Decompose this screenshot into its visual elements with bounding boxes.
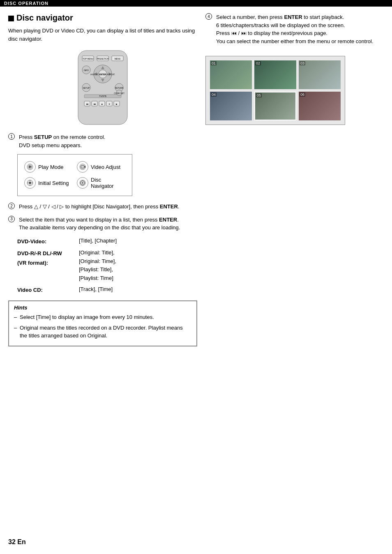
disc-type-video-cd: Video CD:: [17, 285, 75, 295]
hints-title: Hints: [14, 305, 191, 311]
svg-text:▶: ▶: [116, 103, 118, 105]
thumb-label-03: 03: [300, 61, 305, 65]
thumbnail-02: 02: [254, 60, 296, 89]
thumbnail-03: 03: [299, 60, 341, 89]
step-2: 2 Press △ / ▽ / ◁ / ▷ to highlight [Disc…: [8, 203, 197, 211]
remote-image: TOP MENU PRESET/CH MENU INFO ENTER: [8, 48, 197, 127]
menu-label-initial-setting: Initial Setting: [38, 180, 69, 186]
disc-type-dvd-video: DVD-Video:: [17, 237, 75, 246]
menu-label-play-mode: Play Mode: [38, 164, 63, 170]
menu-diagram: Play Mode Video Adjust: [17, 154, 132, 196]
disc-table: DVD-Video: [Title], [Chapter] DVD-R/-R D…: [17, 237, 197, 295]
step-1-text: Press SETUP on the remote control. DVD s…: [19, 133, 105, 149]
thumbnail-grid: 01 02 03 04: [210, 60, 341, 120]
svg-text:MENU: MENU: [115, 58, 121, 60]
menu-item-initial-setting: Initial Setting: [24, 177, 73, 189]
svg-point-43: [29, 182, 31, 184]
menu-item-video-adjust: Video Adjust: [77, 161, 125, 173]
svg-text:ENTER: ENTER: [99, 73, 106, 76]
initial-setting-icon: [24, 177, 36, 189]
svg-text:■: ■: [101, 103, 102, 105]
page-number: 32 En: [8, 538, 26, 546]
svg-text:⏸: ⏸: [108, 103, 111, 105]
svg-text:TV/STB: TV/STB: [99, 95, 106, 97]
step-1-number: 1: [8, 133, 15, 140]
disc-row-dvd-r: DVD-R/-R DL/-RW(VR format): [Original: T…: [17, 249, 197, 283]
hints-list: Select [Time] to display an image from e…: [14, 313, 191, 340]
hints-box: Hints Select [Time] to display an image …: [8, 300, 197, 346]
disc-options-dvd-video: [Title], [Chapter]: [79, 237, 117, 245]
menu-label-disc-navigator: Disc Navigator: [91, 177, 125, 189]
thumbnail-06: 06: [299, 92, 341, 120]
menu-item-disc-navigator: Disc Navigator: [77, 177, 125, 189]
svg-text:⏭: ⏭: [94, 103, 96, 105]
right-column: 4 Select a number, then press ENTER to s…: [205, 13, 384, 346]
title-text: Disc navigator: [16, 13, 73, 23]
section-header: DISC OPERATION: [0, 0, 392, 7]
svg-text:A-E/CAT.: A-E/CAT.: [107, 73, 115, 76]
thumbnail-05: 05: [254, 92, 296, 120]
step-3-text: Select the item that you want to display…: [19, 216, 180, 232]
page-container: DISC OPERATION Disc navigator When playi…: [0, 0, 392, 554]
play-mode-icon: [24, 161, 36, 173]
disc-row-video-cd: Video CD: [Track], [Time]: [17, 285, 197, 295]
menu-grid: Play Mode Video Adjust: [24, 161, 125, 189]
step-3: 3 Select the item that you want to displ…: [8, 216, 197, 232]
thumb-label-06: 06: [300, 92, 305, 97]
header-label: DISC OPERATION: [4, 1, 48, 6]
hint-item-1: Select [Time] to display an image from e…: [14, 313, 191, 321]
step-1: 1 Press SETUP on the remote control. DVD…: [8, 133, 197, 149]
svg-text:INFO: INFO: [84, 69, 89, 72]
thumb-label-02: 02: [255, 61, 261, 65]
thumb-label-01: 01: [211, 61, 217, 65]
svg-text:RETURN: RETURN: [115, 87, 124, 89]
step-4: 4 Select a number, then press ENTER to s…: [205, 13, 384, 51]
step-4-text: Select a number, then press ENTER to sta…: [216, 13, 374, 45]
svg-point-46: [82, 182, 83, 184]
disc-row-dvd-video: DVD-Video: [Title], [Chapter]: [17, 237, 197, 246]
svg-text:CODE SET: CODE SET: [114, 92, 125, 95]
thumbnail-grid-container: 01 02 03 04: [205, 56, 345, 125]
step-2-text: Press △ / ▽ / ◁ / ▷ to highlight [Disc N…: [19, 203, 179, 211]
svg-text:⏮: ⏮: [86, 103, 88, 105]
svg-text:A-E/CAT.: A-E/CAT.: [90, 73, 99, 76]
svg-text:TOP MENU: TOP MENU: [83, 58, 94, 60]
thumbnail-04: 04: [210, 92, 252, 120]
left-column: Disc navigator When playing DVD or Video…: [8, 13, 197, 346]
disc-navigator-icon: [77, 177, 88, 189]
disc-type-dvd-r: DVD-R/-R DL/-RW(VR format):: [17, 249, 75, 268]
menu-item-play-mode: Play Mode: [24, 161, 73, 173]
title-square-icon: [8, 16, 14, 21]
step-4-number: 4: [205, 13, 212, 20]
svg-text:PRESET/CH: PRESET/CH: [97, 58, 109, 60]
disc-options-dvd-r: [Original: Title],[Original: Time],[Play…: [79, 249, 116, 283]
step-2-number: 2: [8, 203, 15, 209]
intro-text: When playing DVD or Video CD, you can di…: [8, 27, 197, 43]
svg-text:SETUP: SETUP: [83, 87, 90, 89]
section-title: Disc navigator: [8, 13, 197, 23]
thumbnail-01: 01: [210, 60, 252, 89]
thumb-label-05: 05: [256, 93, 262, 97]
remote-svg: TOP MENU PRESET/CH MENU INFO ENTER: [62, 48, 144, 127]
thumb-label-04: 04: [211, 92, 217, 97]
disc-options-video-cd: [Track], [Time]: [79, 285, 113, 294]
video-adjust-icon: [77, 161, 88, 173]
hint-item-2: Original means the titles recorded on a …: [14, 324, 191, 340]
menu-label-video-adjust: Video Adjust: [91, 164, 120, 170]
step-3-number: 3: [8, 216, 15, 222]
